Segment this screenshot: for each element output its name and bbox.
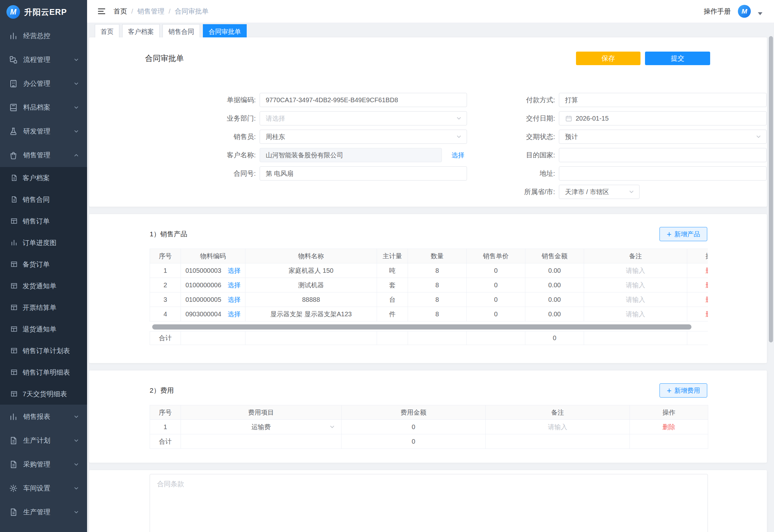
fee-amount-input[interactable]: 0 xyxy=(342,420,486,434)
user-avatar[interactable]: M xyxy=(738,5,751,18)
topbar: 首页 / 销售管理 / 合同审批单 操作手册 M xyxy=(87,0,774,23)
save-button[interactable]: 保存 xyxy=(576,52,640,65)
address-input[interactable] xyxy=(559,166,767,181)
select-material-link[interactable]: 选择 xyxy=(228,281,241,290)
select-customer-link[interactable]: 选择 xyxy=(451,151,464,160)
chevron-down-icon xyxy=(73,128,79,134)
address-label: 地址: xyxy=(468,169,559,178)
sidebar-item-rnd-mgmt[interactable]: 研发管理 xyxy=(0,119,87,143)
doc-icon xyxy=(9,508,18,517)
sidebar-item-purchase-mgmt[interactable]: 采购管理 xyxy=(0,452,87,476)
user-menu-caret-icon[interactable] xyxy=(758,12,762,15)
select-material-link[interactable]: 选择 xyxy=(228,295,241,304)
fees-total-row: 合计 0 xyxy=(150,434,708,449)
sidebar-item-customer-files[interactable]: 客户档案 xyxy=(0,167,87,189)
delete-row-link[interactable]: 删除 xyxy=(706,281,708,289)
note-input[interactable]: 请输入 xyxy=(584,292,687,307)
sidebar-item-sales-order-detail[interactable]: 销售订单明细表 xyxy=(0,361,87,383)
cell-material-name: 家庭机器人 150 xyxy=(245,263,377,278)
doc-icon xyxy=(10,196,18,203)
delivery-date-input[interactable]: 2026-01-15 xyxy=(559,111,767,125)
tab-sales-contract[interactable]: 销售合同 xyxy=(163,24,200,37)
col-qty: 数量 xyxy=(408,249,467,263)
price-input[interactable]: 0 xyxy=(467,278,525,292)
price-input[interactable]: 0 xyxy=(467,263,525,278)
breadcrumb-sales-mgmt[interactable]: 销售管理 xyxy=(137,7,164,16)
doc-code-input[interactable] xyxy=(260,93,467,107)
province-label: 所属省/市: xyxy=(468,187,559,196)
payment-input[interactable] xyxy=(559,93,767,107)
sidebar-item-business-overview[interactable]: 经营总控 xyxy=(0,24,87,48)
add-product-button[interactable]: + 新增产品 xyxy=(660,227,707,241)
delete-row-link[interactable]: 删除 xyxy=(662,423,675,430)
sidebar-item-7day-delivery-detail[interactable]: 7天交货明细表 xyxy=(0,383,87,405)
qty-input[interactable]: 8 xyxy=(408,263,467,278)
sidebar-item-shipping-notice[interactable]: 发货通知单 xyxy=(0,275,87,297)
dest-country-label: 目的国家: xyxy=(468,151,559,160)
price-input[interactable]: 0 xyxy=(467,292,525,307)
col-seq: 序号 xyxy=(150,405,181,420)
delete-row-link[interactable]: 删除 xyxy=(706,267,708,274)
sidebar-item-sales-report[interactable]: 销售报表 xyxy=(0,405,87,429)
sidebar-item-materials[interactable]: 料品档案 xyxy=(0,95,87,119)
dest-country-input[interactable] xyxy=(559,148,767,162)
select-material-link[interactable]: 选择 xyxy=(228,266,241,275)
note-input[interactable]: 请输入 xyxy=(584,307,687,321)
qty-input[interactable]: 8 xyxy=(408,278,467,292)
contract-terms-textarea[interactable] xyxy=(150,474,708,532)
h-scrollbar-thumb[interactable] xyxy=(152,324,691,330)
tab-contract-approval[interactable]: 合同审批单 xyxy=(203,24,247,37)
sidebar-item-production-mgmt[interactable]: 生产管理 xyxy=(0,500,87,524)
contract-no-input[interactable] xyxy=(260,166,467,181)
sidebar-item-order-progress[interactable]: 订单进度图 xyxy=(0,232,87,253)
delivery-status-select[interactable]: 预计 xyxy=(559,130,767,144)
qty-input[interactable]: 8 xyxy=(408,292,467,307)
note-input[interactable]: 请输入 xyxy=(486,420,630,434)
manual-link[interactable]: 操作手册 xyxy=(704,7,731,16)
sidebar-item-process-mgmt[interactable]: 流程管理 xyxy=(0,48,87,72)
main-area: 首页 / 销售管理 / 合同审批单 操作手册 M 首页 客户档案 销售合同 合同… xyxy=(87,0,774,532)
department-select[interactable]: 请选择 xyxy=(260,111,467,125)
chevron-down-icon xyxy=(329,424,335,430)
submit-button[interactable]: 提交 xyxy=(645,52,710,65)
sidebar-item-return-notice[interactable]: 退货通知单 xyxy=(0,318,87,340)
sidebar-item-sales-order-plan[interactable]: 销售订单计划表 xyxy=(0,340,87,361)
salesperson-select[interactable]: 周桂东 xyxy=(260,130,467,144)
sidebar-item-office-mgmt[interactable]: 办公管理 xyxy=(0,72,87,95)
gear-icon xyxy=(9,484,18,493)
dest-country-field: 目的国家: xyxy=(468,148,767,162)
sidebar-item-sales-mgmt[interactable]: 销售管理 xyxy=(0,143,87,167)
price-input[interactable]: 0 xyxy=(467,307,525,321)
menu-toggle-icon[interactable] xyxy=(97,6,106,16)
delete-row-link[interactable]: 删除 xyxy=(706,310,708,318)
add-fee-button[interactable]: + 新增费用 xyxy=(660,383,707,398)
note-input[interactable]: 请输入 xyxy=(584,263,687,278)
sidebar-item-sales-contract[interactable]: 销售合同 xyxy=(0,189,87,210)
fee-item-select[interactable]: 运输费 xyxy=(181,420,342,434)
breadcrumb-home[interactable]: 首页 xyxy=(114,7,127,16)
qty-input[interactable]: 8 xyxy=(408,307,467,321)
chevron-down-icon xyxy=(73,485,79,491)
sidebar-item-stock-order[interactable]: 备货订单 xyxy=(0,253,87,275)
book-icon xyxy=(9,103,18,112)
select-material-link[interactable]: 选择 xyxy=(228,310,241,319)
sidebar-item-invoice-settlement[interactable]: 开票结算单 xyxy=(0,297,87,318)
note-placeholder: 请输入 xyxy=(626,310,645,318)
doc-icon xyxy=(10,174,18,182)
department-label: 业务部门: xyxy=(145,114,260,123)
chevron-down-icon xyxy=(628,189,635,195)
sidebar-item-production-plan[interactable]: 生产计划 xyxy=(0,429,87,452)
tab-customer-files[interactable]: 客户档案 xyxy=(122,24,160,37)
salesperson-field: 销售员: 周桂东 xyxy=(145,130,467,144)
tab-home[interactable]: 首页 xyxy=(95,24,119,37)
sidebar-item-sales-order[interactable]: 销售订单 xyxy=(0,210,87,232)
cell-unit: 件 xyxy=(377,307,408,321)
note-input[interactable]: 请输入 xyxy=(584,278,687,292)
col-ops: 操作 xyxy=(630,405,708,420)
sidebar-item-workshop-settings[interactable]: 车间设置 xyxy=(0,476,87,500)
page-scrollbar[interactable] xyxy=(769,36,773,342)
table-h-scrollbar[interactable] xyxy=(150,324,708,330)
tab-label: 首页 xyxy=(101,27,114,37)
delete-row-link[interactable]: 删除 xyxy=(706,296,708,303)
province-select[interactable]: 天津市 / 市辖区 xyxy=(559,185,640,199)
